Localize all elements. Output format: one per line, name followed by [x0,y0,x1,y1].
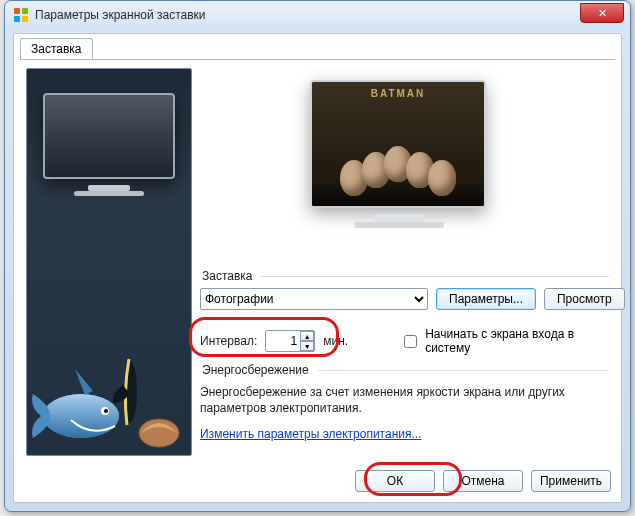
interval-label: Интервал: [200,334,257,348]
preview-button[interactable]: Просмотр [544,288,625,310]
screensaver-preview: BATMAN [310,80,488,246]
resume-lock-checkbox-input[interactable] [404,335,417,348]
window-title: Параметры экранной заставки [35,8,206,22]
screensaver-select[interactable]: Фотографии [200,288,428,310]
svg-point-4 [104,409,108,413]
tab-saver[interactable]: Заставка [20,38,93,59]
fish-illustration [31,321,189,451]
group-screensaver-legend: Заставка [200,269,255,283]
interval-spinner[interactable]: ▲ ▼ [265,330,315,352]
resume-lock-label: Начинать с экрана входа в систему [425,327,609,355]
interval-down-icon[interactable]: ▼ [300,341,314,351]
group-power-legend: Энергосбережение [200,363,311,377]
panel-monitor-icon [43,93,175,193]
screensaver-settings-window: Параметры экранной заставки ✕ Заставка [4,0,631,512]
interval-input[interactable] [266,332,300,350]
resume-lock-checkbox[interactable]: Начинать с экрана входа в систему [400,327,609,355]
interval-unit: мин. [323,334,348,348]
titlebar[interactable]: Параметры экранной заставки ✕ [5,1,630,29]
fish-preview-panel [26,68,192,456]
preview-image: BATMAN [312,82,484,206]
preview-poster-title: BATMAN [312,88,484,99]
close-button[interactable]: ✕ [580,3,624,23]
group-interval: Интервал: ▲ ▼ мин. Начинать с экрана вхо… [200,328,609,362]
dialog-buttons: ОК Отмена Применить [355,470,611,492]
power-settings-link[interactable]: Изменить параметры электропитания... [200,426,421,442]
svg-marker-2 [75,369,93,395]
tab-content: BATMAN Заставка [20,60,615,458]
settings-panel: BATMAN Заставка [200,68,609,458]
ok-button[interactable]: ОК [355,470,435,492]
settings-button[interactable]: Параметры... [436,288,536,310]
apply-button[interactable]: Применить [531,470,611,492]
interval-up-icon[interactable]: ▲ [300,331,314,341]
group-power: Энергосбережение Энергосбережение за сче… [200,370,609,458]
app-icon [13,7,29,23]
cancel-button[interactable]: Отмена [443,470,523,492]
power-text: Энергосбережение за счет изменения яркос… [200,385,565,415]
client-area: Заставка [13,33,622,503]
svg-point-1 [43,394,119,438]
tabstrip: Заставка [20,38,93,60]
